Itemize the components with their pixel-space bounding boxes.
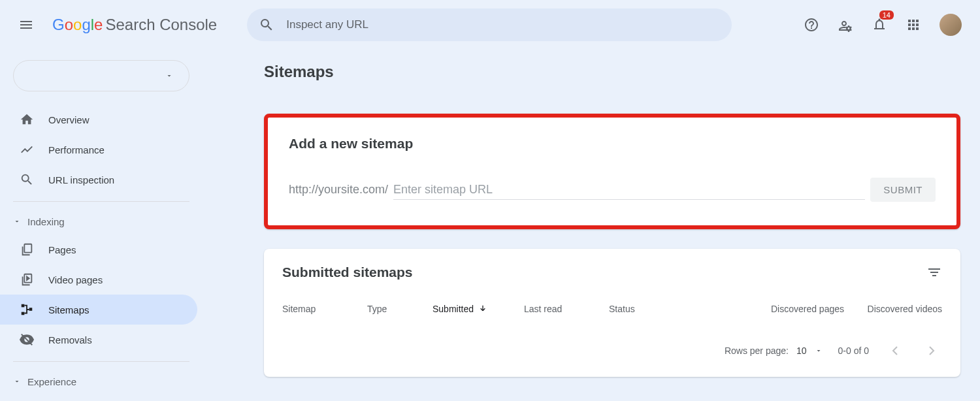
column-discovered-pages[interactable]: Discovered pages	[720, 304, 844, 314]
sidebar-item-label: Performance	[48, 144, 105, 155]
sidebar-item-label: Video pages	[48, 274, 103, 285]
search-icon	[259, 17, 274, 33]
sidebar-item-label: Sitemaps	[48, 304, 90, 315]
svg-rect-3	[22, 312, 25, 315]
sitemap-input-row: http://yoursite.com/ SUBMIT	[289, 178, 936, 202]
chevron-down-icon	[13, 217, 21, 225]
header-icons: 14	[804, 14, 970, 36]
column-submitted[interactable]: Submitted	[433, 304, 524, 314]
search-input[interactable]	[286, 18, 720, 31]
sidebar-item-performance[interactable]: Performance	[0, 135, 197, 165]
google-logo: Google	[52, 16, 103, 34]
sidebar: Overview Performance URL inspection Inde…	[0, 50, 203, 401]
submitted-sitemaps-card: Submitted sitemaps Sitemap Type Submitte…	[264, 249, 960, 377]
product-name: Search Console	[105, 16, 217, 34]
pagination-range: 0-0 of 0	[838, 345, 869, 356]
url-prefix: http://yoursite.com/	[289, 183, 388, 197]
header: Google Search Console 14	[0, 0, 980, 50]
sidebar-item-overview[interactable]: Overview	[0, 104, 197, 135]
column-sitemap[interactable]: Sitemap	[282, 304, 367, 314]
help-button[interactable]	[804, 17, 819, 33]
prev-page-button[interactable]	[885, 340, 906, 361]
section-indexing[interactable]: Indexing	[0, 208, 203, 234]
sidebar-item-label: Overview	[48, 114, 90, 125]
pages-icon	[20, 242, 34, 257]
apps-button[interactable]	[906, 17, 921, 33]
arrow-down-icon	[478, 304, 488, 314]
chevron-down-icon	[13, 377, 21, 385]
card-title: Submitted sitemaps	[282, 265, 413, 280]
filter-button[interactable]	[926, 265, 942, 280]
home-icon	[20, 112, 34, 127]
divider	[13, 361, 189, 362]
removals-icon	[20, 332, 34, 347]
rows-per-page-label: Rows per page:	[725, 345, 789, 356]
divider	[13, 201, 189, 202]
sitemap-icon	[20, 302, 34, 317]
menu-icon	[18, 17, 34, 33]
search-icon	[20, 172, 34, 187]
svg-rect-0	[24, 244, 31, 253]
video-pages-icon	[20, 272, 34, 287]
column-status[interactable]: Status	[609, 304, 720, 314]
sidebar-item-pages[interactable]: Pages	[0, 234, 197, 265]
notification-badge: 14	[879, 10, 894, 20]
sidebar-item-removals[interactable]: Removals	[0, 325, 197, 355]
chevron-down-icon	[165, 72, 173, 80]
sidebar-item-sitemaps[interactable]: Sitemaps	[0, 295, 197, 325]
add-sitemap-card: Add a new sitemap http://yoursite.com/ S…	[264, 114, 960, 229]
pagination: Rows per page: 10 0-0 of 0	[282, 327, 942, 361]
svg-rect-2	[22, 304, 25, 308]
users-settings-button[interactable]	[838, 17, 853, 33]
performance-icon	[20, 142, 34, 157]
sitemap-url-input[interactable]	[393, 180, 865, 200]
product-logo[interactable]: Google Search Console	[52, 16, 217, 34]
rows-per-page-value[interactable]: 10	[796, 345, 807, 356]
page-title: Sitemaps	[264, 63, 960, 81]
column-type[interactable]: Type	[367, 304, 433, 314]
table-header: Sitemap Type Submitted Last read Status …	[282, 304, 942, 327]
sidebar-item-label: URL inspection	[48, 174, 114, 185]
sidebar-item-label: Removals	[48, 334, 92, 345]
chevron-left-icon	[887, 343, 903, 359]
main-content: Sitemaps Add a new sitemap http://yoursi…	[203, 50, 980, 401]
chevron-down-icon[interactable]	[815, 347, 823, 355]
section-label: Experience	[27, 376, 76, 387]
card-title: Add a new sitemap	[289, 136, 936, 152]
chevron-right-icon	[924, 343, 939, 359]
search-bar[interactable]	[247, 8, 732, 41]
sidebar-item-url-inspection[interactable]: URL inspection	[0, 165, 197, 195]
column-discovered-videos[interactable]: Discovered videos	[844, 304, 942, 314]
section-experience[interactable]: Experience	[0, 368, 203, 394]
submit-button[interactable]: SUBMIT	[870, 178, 936, 202]
help-icon	[804, 17, 819, 33]
svg-rect-4	[29, 308, 33, 311]
notifications-button[interactable]: 14	[872, 17, 887, 33]
sidebar-item-label: Pages	[48, 244, 76, 255]
filter-icon	[926, 265, 942, 280]
column-last-read[interactable]: Last read	[524, 304, 609, 314]
property-selector[interactable]	[13, 60, 189, 91]
user-settings-icon	[838, 17, 853, 33]
hamburger-menu-button[interactable]	[10, 9, 42, 40]
apps-grid-icon	[906, 17, 921, 33]
sidebar-item-video-pages[interactable]: Video pages	[0, 265, 197, 295]
section-label: Indexing	[27, 216, 65, 227]
avatar[interactable]	[939, 14, 962, 36]
next-page-button[interactable]	[921, 340, 942, 361]
